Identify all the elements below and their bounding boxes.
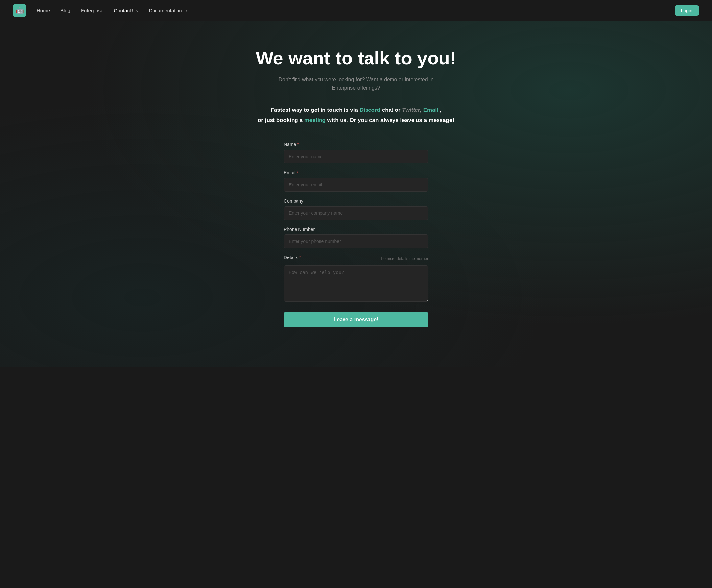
contact-prefix: Fastest way to get in touch is via (271, 107, 360, 113)
email-label: Email* (284, 170, 428, 175)
submit-button[interactable]: Leave a message! (284, 312, 428, 327)
name-field-group: Name* (284, 142, 428, 164)
nav-enterprise[interactable]: Enterprise (81, 7, 103, 13)
nav-home[interactable]: Home (37, 7, 50, 13)
contact-mid2: , (438, 107, 441, 113)
nav-contact[interactable]: Contact Us (114, 7, 138, 13)
name-input[interactable] (284, 150, 428, 164)
nav-documentation[interactable]: Documentation → (149, 7, 188, 13)
company-field-group: Company (284, 198, 428, 220)
twitter-link[interactable]: Twitter (402, 107, 420, 113)
booking-prefix: or just booking a (258, 117, 304, 123)
phone-field-group: Phone Number (284, 227, 428, 248)
contact-form: Name* Email* Company Phone Number (284, 142, 428, 327)
nav-right: Login (674, 5, 699, 16)
details-label-row: Details* The more details the merrier (284, 255, 428, 263)
email-required: * (297, 170, 298, 175)
details-required: * (299, 255, 301, 260)
hero-subtitle: Don't find what you were looking for? Wa… (271, 75, 441, 92)
details-field-group: Details* The more details the merrier (284, 255, 428, 303)
meeting-link[interactable]: meeting (304, 117, 326, 123)
hero-heading: We want to talk to you! (224, 47, 488, 69)
phone-input[interactable] (284, 234, 428, 248)
contact-mid: chat or (380, 107, 402, 113)
email-field-group: Email* (284, 170, 428, 192)
comma-separator: , (420, 107, 423, 113)
nav-links: Home Blog Enterprise Contact Us Document… (37, 7, 674, 13)
email-input[interactable] (284, 178, 428, 192)
navbar: 🤖 Home Blog Enterprise Contact Us Docume… (0, 0, 712, 21)
phone-label: Phone Number (284, 227, 428, 232)
hero-section: We want to talk to you! Don't find what … (0, 21, 712, 367)
company-label: Company (284, 198, 428, 204)
email-link[interactable]: Email (424, 107, 438, 113)
discord-link[interactable]: Discord (360, 107, 380, 113)
login-button[interactable]: Login (674, 5, 699, 16)
details-label: Details* (284, 255, 301, 260)
details-hint: The more details the merrier (379, 256, 428, 261)
nav-blog[interactable]: Blog (61, 7, 70, 13)
name-label: Name* (284, 142, 428, 147)
name-required: * (297, 142, 299, 147)
booking-suffix: with us. Or you can always leave us a me… (326, 117, 454, 123)
contact-form-container: Name* Email* Company Phone Number (277, 142, 435, 354)
details-textarea[interactable] (284, 266, 428, 301)
company-input[interactable] (284, 206, 428, 220)
logo[interactable]: 🤖 (13, 4, 26, 17)
logo-icon: 🤖 (13, 4, 26, 17)
hero-contact-info: Fastest way to get in touch is via Disco… (254, 105, 458, 125)
